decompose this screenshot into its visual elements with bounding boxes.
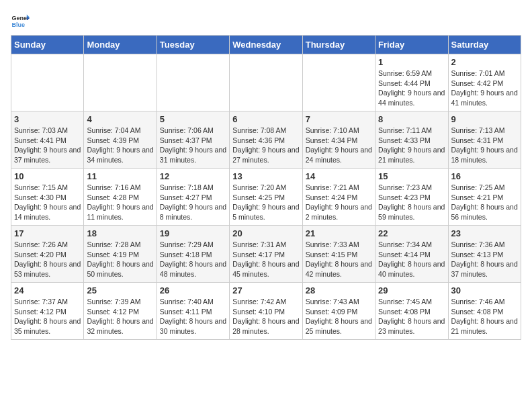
day-number: 21 (306, 228, 372, 238)
day-number: 11 (87, 171, 153, 181)
day-info: Sunrise: 7:43 AM Sunset: 4:09 PM Dayligh… (306, 297, 372, 336)
calendar-cell: 7Sunrise: 7:10 AM Sunset: 4:34 PM Daylig… (302, 111, 375, 169)
day-info: Sunrise: 7:40 AM Sunset: 4:11 PM Dayligh… (160, 297, 226, 336)
day-number: 17 (14, 228, 81, 238)
calendar-cell: 30Sunrise: 7:46 AM Sunset: 4:08 PM Dayli… (448, 283, 521, 340)
day-info: Sunrise: 7:45 AM Sunset: 4:08 PM Dayligh… (378, 297, 445, 336)
day-number: 9 (451, 114, 518, 124)
day-info: Sunrise: 7:23 AM Sunset: 4:23 PM Dayligh… (378, 183, 445, 222)
calendar-cell: 13Sunrise: 7:20 AM Sunset: 4:25 PM Dayli… (230, 169, 302, 226)
day-number: 24 (14, 285, 81, 295)
calendar-cell: 21Sunrise: 7:33 AM Sunset: 4:15 PM Dayli… (302, 226, 375, 283)
calendar-cell: 14Sunrise: 7:21 AM Sunset: 4:24 PM Dayli… (302, 169, 375, 226)
day-number: 7 (306, 114, 372, 124)
calendar-cell: 19Sunrise: 7:29 AM Sunset: 4:18 PM Dayli… (157, 226, 229, 283)
day-number: 22 (378, 228, 445, 238)
day-info: Sunrise: 7:01 AM Sunset: 4:42 PM Dayligh… (451, 68, 518, 108)
calendar-cell (230, 54, 302, 111)
calendar-cell (84, 54, 157, 111)
day-info: Sunrise: 7:34 AM Sunset: 4:14 PM Dayligh… (378, 240, 445, 279)
calendar-cell: 16Sunrise: 7:25 AM Sunset: 4:21 PM Dayli… (448, 169, 521, 226)
day-number: 25 (87, 285, 153, 295)
day-number: 18 (87, 228, 153, 238)
calendar-cell: 29Sunrise: 7:45 AM Sunset: 4:08 PM Dayli… (375, 283, 448, 340)
day-info: Sunrise: 7:33 AM Sunset: 4:15 PM Dayligh… (306, 240, 372, 279)
calendar-cell: 27Sunrise: 7:42 AM Sunset: 4:10 PM Dayli… (230, 283, 302, 340)
calendar-cell: 8Sunrise: 7:11 AM Sunset: 4:33 PM Daylig… (375, 111, 448, 169)
day-number: 1 (378, 57, 445, 67)
calendar-cell: 9Sunrise: 7:13 AM Sunset: 4:31 PM Daylig… (448, 111, 521, 169)
calendar-cell: 15Sunrise: 7:23 AM Sunset: 4:23 PM Dayli… (375, 169, 448, 226)
header: General Blue (11, 11, 521, 30)
day-number: 2 (451, 57, 518, 67)
day-info: Sunrise: 7:37 AM Sunset: 4:12 PM Dayligh… (14, 297, 81, 336)
day-number: 27 (232, 285, 299, 295)
day-info: Sunrise: 7:36 AM Sunset: 4:13 PM Dayligh… (451, 240, 518, 279)
calendar-cell (157, 54, 229, 111)
day-number: 26 (160, 285, 226, 295)
day-info: Sunrise: 7:10 AM Sunset: 4:34 PM Dayligh… (306, 126, 372, 165)
calendar-cell: 20Sunrise: 7:31 AM Sunset: 4:17 PM Dayli… (230, 226, 302, 283)
calendar-table: SundayMondayTuesdayWednesdayThursdayFrid… (11, 35, 521, 340)
day-info: Sunrise: 7:39 AM Sunset: 4:12 PM Dayligh… (87, 297, 153, 336)
day-number: 14 (306, 171, 372, 181)
day-info: Sunrise: 7:21 AM Sunset: 4:24 PM Dayligh… (306, 183, 372, 222)
svg-text:Blue: Blue (11, 21, 25, 28)
weekday-header: Tuesday (157, 36, 229, 54)
calendar-cell: 24Sunrise: 7:37 AM Sunset: 4:12 PM Dayli… (11, 283, 84, 340)
day-number: 13 (232, 171, 299, 181)
day-info: Sunrise: 7:28 AM Sunset: 4:19 PM Dayligh… (87, 240, 153, 279)
calendar-cell: 18Sunrise: 7:28 AM Sunset: 4:19 PM Dayli… (84, 226, 157, 283)
calendar-cell: 2Sunrise: 7:01 AM Sunset: 4:42 PM Daylig… (448, 54, 521, 111)
day-number: 4 (87, 114, 153, 124)
weekday-header: Thursday (302, 36, 375, 54)
logo: General Blue (11, 11, 30, 30)
day-number: 12 (160, 171, 226, 181)
calendar-cell: 23Sunrise: 7:36 AM Sunset: 4:13 PM Dayli… (448, 226, 521, 283)
day-info: Sunrise: 7:46 AM Sunset: 4:08 PM Dayligh… (451, 297, 518, 336)
day-number: 20 (232, 228, 299, 238)
calendar-cell: 17Sunrise: 7:26 AM Sunset: 4:20 PM Dayli… (11, 226, 84, 283)
day-number: 8 (378, 114, 445, 124)
day-number: 3 (14, 114, 81, 124)
calendar-cell: 10Sunrise: 7:15 AM Sunset: 4:30 PM Dayli… (11, 169, 84, 226)
day-info: Sunrise: 7:18 AM Sunset: 4:27 PM Dayligh… (160, 183, 226, 222)
weekday-header: Saturday (448, 36, 521, 54)
day-info: Sunrise: 7:29 AM Sunset: 4:18 PM Dayligh… (160, 240, 226, 279)
day-number: 5 (160, 114, 226, 124)
day-number: 10 (14, 171, 81, 181)
calendar-cell: 12Sunrise: 7:18 AM Sunset: 4:27 PM Dayli… (157, 169, 229, 226)
day-number: 15 (378, 171, 445, 181)
calendar-cell: 3Sunrise: 7:03 AM Sunset: 4:41 PM Daylig… (11, 111, 84, 169)
day-number: 29 (378, 285, 445, 295)
day-number: 28 (306, 285, 372, 295)
day-info: Sunrise: 7:16 AM Sunset: 4:28 PM Dayligh… (87, 183, 153, 222)
day-info: Sunrise: 7:08 AM Sunset: 4:36 PM Dayligh… (232, 126, 299, 165)
weekday-header: Sunday (11, 36, 84, 54)
day-number: 23 (451, 228, 518, 238)
day-info: Sunrise: 7:42 AM Sunset: 4:10 PM Dayligh… (232, 297, 299, 336)
weekday-header: Wednesday (230, 36, 302, 54)
day-info: Sunrise: 7:26 AM Sunset: 4:20 PM Dayligh… (14, 240, 81, 279)
calendar-cell: 5Sunrise: 7:06 AM Sunset: 4:37 PM Daylig… (157, 111, 229, 169)
calendar-cell: 6Sunrise: 7:08 AM Sunset: 4:36 PM Daylig… (230, 111, 302, 169)
weekday-header: Friday (375, 36, 448, 54)
calendar-cell: 11Sunrise: 7:16 AM Sunset: 4:28 PM Dayli… (84, 169, 157, 226)
calendar-cell: 4Sunrise: 7:04 AM Sunset: 4:39 PM Daylig… (84, 111, 157, 169)
day-info: Sunrise: 7:06 AM Sunset: 4:37 PM Dayligh… (160, 126, 226, 165)
day-info: Sunrise: 7:04 AM Sunset: 4:39 PM Dayligh… (87, 126, 153, 165)
day-info: Sunrise: 7:03 AM Sunset: 4:41 PM Dayligh… (14, 126, 81, 165)
day-info: Sunrise: 7:25 AM Sunset: 4:21 PM Dayligh… (451, 183, 518, 222)
weekday-header: Monday (84, 36, 157, 54)
day-number: 30 (451, 285, 518, 295)
logo-icon: General Blue (11, 11, 30, 30)
calendar-cell: 25Sunrise: 7:39 AM Sunset: 4:12 PM Dayli… (84, 283, 157, 340)
day-info: Sunrise: 6:59 AM Sunset: 4:44 PM Dayligh… (378, 68, 445, 108)
day-number: 6 (232, 114, 299, 124)
day-info: Sunrise: 7:31 AM Sunset: 4:17 PM Dayligh… (232, 240, 299, 279)
day-info: Sunrise: 7:13 AM Sunset: 4:31 PM Dayligh… (451, 126, 518, 165)
calendar-cell (11, 54, 84, 111)
day-number: 19 (160, 228, 226, 238)
calendar-cell: 28Sunrise: 7:43 AM Sunset: 4:09 PM Dayli… (302, 283, 375, 340)
day-info: Sunrise: 7:15 AM Sunset: 4:30 PM Dayligh… (14, 183, 81, 222)
